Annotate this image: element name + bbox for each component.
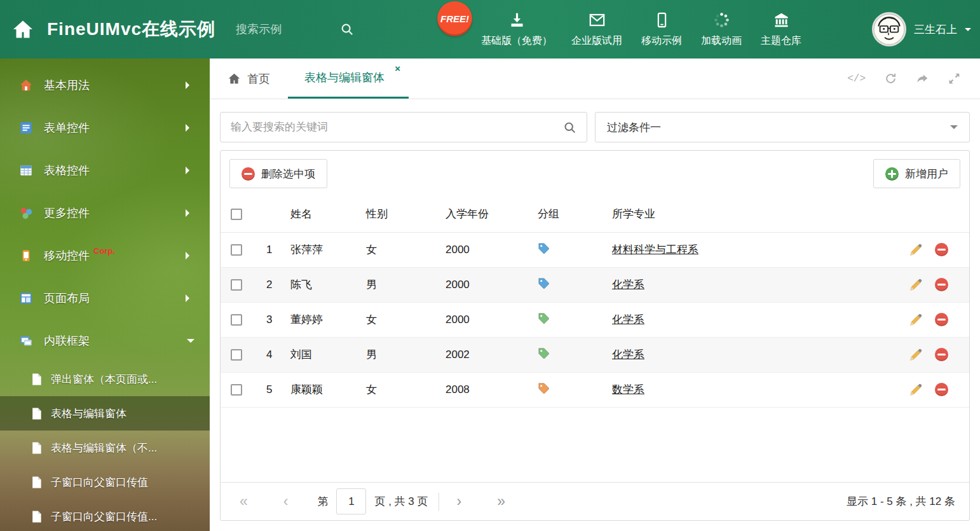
delete-selected-button[interactable]: 删除选中项 <box>229 159 327 188</box>
filter-row: 过滤条件一 <box>220 112 970 142</box>
row-name: 康颖颖 <box>285 372 362 407</box>
tag-icon <box>538 277 550 289</box>
col-index <box>252 196 285 232</box>
sidebar-subitem-child-to-parent-2[interactable]: 子窗口向父窗口传值... <box>0 499 210 531</box>
edit-icon[interactable] <box>909 243 923 257</box>
nav-item-loading-animation[interactable]: 加载动画 <box>691 0 751 59</box>
sidebar-subitem-grid-edit-window[interactable]: 表格与编辑窗体 <box>0 396 210 431</box>
nav-item-mobile-demo[interactable]: 移动示例 <box>632 0 691 59</box>
select-all-checkbox[interactable] <box>231 209 242 220</box>
nav-item-enterprise-trial[interactable]: 企业版试用 <box>562 0 632 59</box>
nav-label: 加载动画 <box>701 34 742 48</box>
sidebar-subitem-label: 表格与编辑窗体 <box>51 406 126 421</box>
sidebar-menu: 基本用法 表单控件 表格控件 更多 <box>0 59 210 531</box>
nav-item-basic-edition[interactable]: 基础版（免费） <box>472 0 562 59</box>
search-icon[interactable] <box>340 22 354 36</box>
view-source-icon[interactable] <box>847 73 866 85</box>
major-link[interactable]: 化学系 <box>612 279 644 291</box>
chevron-down-icon <box>950 125 958 133</box>
app-title: FineUIMvc在线示例 <box>47 17 215 41</box>
frame-icon <box>19 334 33 348</box>
delete-icon[interactable] <box>935 348 948 361</box>
edit-icon[interactable] <box>909 278 923 292</box>
table-row[interactable]: 4 刘国 男 2002 化学系 <box>221 337 969 372</box>
major-link[interactable]: 数学系 <box>612 383 644 396</box>
sidebar-item-form-controls[interactable]: 表单控件 <box>0 106 210 149</box>
major-link[interactable]: 材料科学与工程系 <box>612 244 698 256</box>
edit-icon[interactable] <box>909 313 923 327</box>
major-link[interactable]: 化学系 <box>612 348 644 361</box>
delete-icon[interactable] <box>935 313 948 326</box>
last-page-button[interactable] <box>497 494 505 509</box>
delete-icon[interactable] <box>935 278 948 291</box>
layout-icon <box>19 291 33 305</box>
page-total-label: 页 , 共 3 页 <box>374 494 428 509</box>
chevron-right-icon <box>186 209 193 217</box>
home-icon <box>19 78 33 92</box>
close-icon[interactable] <box>395 64 400 73</box>
sidebar-item-label: 内联框架 <box>44 333 90 348</box>
row-number: 2 <box>252 267 285 302</box>
delete-icon[interactable] <box>935 383 948 396</box>
row-gender: 女 <box>362 302 438 337</box>
grid-header-row: 姓名 性别 入学年份 分组 所学专业 <box>221 196 969 232</box>
first-page-button[interactable] <box>240 494 248 509</box>
add-user-button[interactable]: 新增用户 <box>873 159 960 188</box>
plus-circle-icon <box>885 167 899 181</box>
home-icon[interactable] <box>11 18 34 41</box>
table-row[interactable]: 5 康颖颖 女 2008 数学系 <box>221 372 969 407</box>
tab-home[interactable]: 首页 <box>210 59 288 99</box>
widgets-icon <box>19 206 33 220</box>
row-gender: 女 <box>362 232 438 267</box>
row-checkbox[interactable] <box>231 314 242 326</box>
filter-dropdown[interactable]: 过滤条件一 <box>595 112 970 142</box>
user-menu[interactable]: 三生石上 <box>872 0 971 59</box>
header-search-input[interactable] <box>236 23 331 36</box>
tab-active-label: 表格与编辑窗体 <box>304 70 385 85</box>
table-icon <box>19 163 33 177</box>
prev-page-button[interactable] <box>283 494 289 509</box>
sidebar-subitem-child-to-parent[interactable]: 子窗口向父窗口传值 <box>0 465 210 499</box>
divider <box>439 493 439 511</box>
sidebar-subitem-grid-edit-window-2[interactable]: 表格与编辑窗体（不... <box>0 431 210 465</box>
sidebar-item-inline-frame[interactable]: 内联框架 <box>0 319 210 362</box>
edit-icon[interactable] <box>909 348 923 362</box>
nav-label: 基础版（免费） <box>481 34 552 48</box>
search-icon[interactable] <box>563 121 576 134</box>
col-actions <box>898 196 969 232</box>
page-number-input[interactable] <box>336 488 366 514</box>
tab-grid-edit-window[interactable]: 表格与编辑窗体 <box>288 59 409 99</box>
sidebar-subitem-popup-window[interactable]: 弹出窗体（本页面或... <box>0 362 210 396</box>
tab-bar: 首页 表格与编辑窗体 <box>210 59 980 99</box>
next-page-button[interactable] <box>457 494 462 509</box>
sidebar-item-grid-controls[interactable]: 表格控件 <box>0 149 210 191</box>
nav-item-theme-store[interactable]: 主题仓库 <box>751 0 811 59</box>
col-gender: 性别 <box>362 196 438 232</box>
form-icon <box>19 121 33 135</box>
row-checkbox[interactable] <box>231 244 242 256</box>
bank-icon <box>773 11 790 29</box>
edit-icon[interactable] <box>909 383 923 397</box>
table-row[interactable]: 3 董婷婷 女 2000 化学系 <box>221 302 969 337</box>
sidebar-item-basic-usage[interactable]: 基本用法 <box>0 64 210 106</box>
table-row[interactable]: 2 陈飞 男 2000 化学系 <box>221 267 969 302</box>
row-checkbox[interactable] <box>231 279 242 291</box>
keyword-search-input[interactable] <box>231 121 563 134</box>
major-link[interactable]: 化学系 <box>612 314 644 326</box>
sidebar-item-label: 表格控件 <box>44 163 90 178</box>
sidebar-item-page-layout[interactable]: 页面布局 <box>0 277 210 319</box>
sidebar-item-label: 页面布局 <box>44 291 90 306</box>
delete-icon[interactable] <box>935 243 948 256</box>
tag-icon <box>538 382 550 394</box>
share-icon[interactable] <box>916 72 929 85</box>
expand-icon[interactable] <box>948 72 961 85</box>
row-checkbox[interactable] <box>231 349 242 361</box>
row-year: 2008 <box>438 372 533 407</box>
refresh-icon[interactable] <box>884 72 897 85</box>
table-row[interactable]: 1 张萍萍 女 2000 材料科学与工程系 <box>221 232 969 267</box>
col-group: 分组 <box>533 196 608 232</box>
sidebar-item-more-controls[interactable]: 更多控件 <box>0 191 210 234</box>
row-checkbox[interactable] <box>231 384 242 396</box>
header-search <box>236 22 354 36</box>
sidebar-item-mobile-controls[interactable]: 移动控件 Corp. <box>0 234 210 277</box>
